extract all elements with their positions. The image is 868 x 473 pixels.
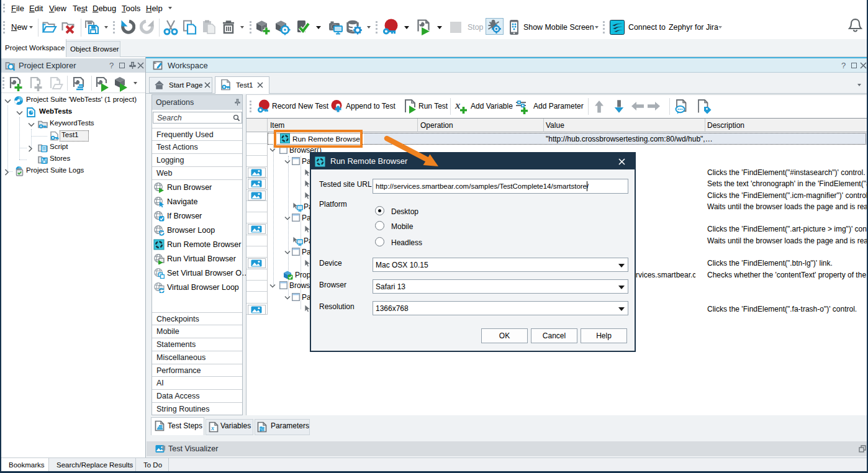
svg-text:x: x <box>210 425 214 431</box>
svg-text:x: x <box>454 99 461 111</box>
